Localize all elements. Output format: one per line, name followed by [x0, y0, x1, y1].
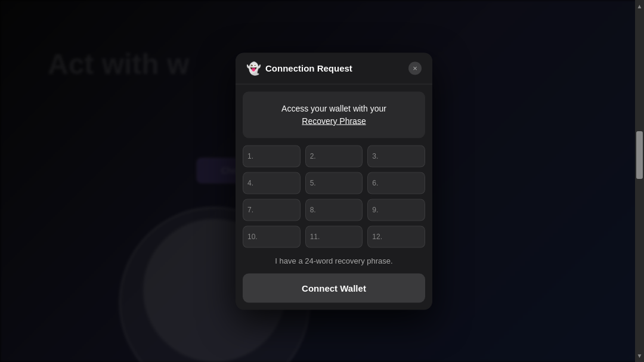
- phrase-word-7: 7.: [243, 199, 301, 221]
- scroll-arrow-down-icon[interactable]: ▼: [636, 352, 643, 359]
- phrase-word-1: 1.: [243, 145, 301, 167]
- phrase-word-9: 9.: [367, 199, 425, 221]
- modal-header-left: 👻 Connection Request: [246, 61, 352, 75]
- phrase-input-11[interactable]: [305, 225, 363, 247]
- phrase-word-4: 4.: [243, 172, 301, 194]
- phrase-input-10[interactable]: [243, 225, 301, 247]
- modal-header: 👻 Connection Request ×: [236, 52, 432, 84]
- phrase-input-1[interactable]: [243, 145, 301, 167]
- phrase-input-7[interactable]: [243, 199, 301, 221]
- phrase-word-3: 3.: [367, 145, 425, 167]
- phrase-word-2: 2.: [305, 145, 363, 167]
- phrase-input-12[interactable]: [367, 225, 425, 247]
- scrollbar-thumb[interactable]: [636, 131, 643, 179]
- twenty-four-word-anchor[interactable]: I have a 24-word recovery phrase.: [275, 256, 392, 265]
- phrase-word-12: 12.: [367, 225, 425, 247]
- modal-container: 👻 Connection Request × Access your walle…: [236, 52, 432, 310]
- phrase-input-5[interactable]: [305, 172, 363, 194]
- phrase-input-9[interactable]: [367, 199, 425, 221]
- phrase-input-8[interactable]: [305, 199, 363, 221]
- phrase-input-6[interactable]: [367, 172, 425, 194]
- phrase-word-10: 10.: [243, 225, 301, 247]
- phrase-word-5: 5.: [305, 172, 363, 194]
- twenty-four-word-link[interactable]: I have a 24-word recovery phrase.: [236, 247, 432, 273]
- phrase-input-3[interactable]: [367, 145, 425, 167]
- modal-body: Access your wallet with your Recovery Ph…: [236, 91, 432, 302]
- phrase-input-2[interactable]: [305, 145, 363, 167]
- close-button[interactable]: ×: [408, 61, 422, 75]
- phrase-word-8: 8.: [305, 199, 363, 221]
- connect-wallet-button[interactable]: Connect Wallet: [243, 273, 425, 302]
- ghost-icon: 👻: [246, 61, 261, 75]
- connection-request-modal: 👻 Connection Request × Access your walle…: [236, 52, 432, 310]
- recovery-phrase-header: Access your wallet with your Recovery Ph…: [243, 91, 425, 138]
- scrollbar[interactable]: ▲ ▼: [635, 0, 644, 362]
- phrase-input-grid: 1. 2. 3. 4. 5.: [236, 145, 432, 247]
- phrase-word-6: 6.: [367, 172, 425, 194]
- recovery-phrase-text: Access your wallet with your Recovery Ph…: [252, 102, 416, 127]
- phrase-input-4[interactable]: [243, 172, 301, 194]
- scroll-arrow-up-icon[interactable]: ▲: [636, 3, 643, 10]
- modal-title: Connection Request: [265, 63, 352, 73]
- phrase-word-11: 11.: [305, 225, 363, 247]
